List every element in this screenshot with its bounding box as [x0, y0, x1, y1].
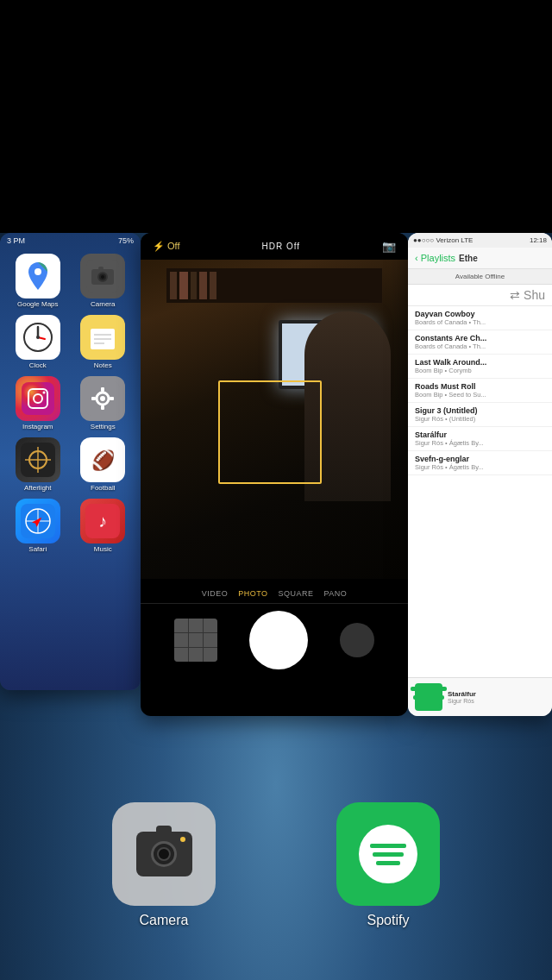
app-afterlight[interactable]: Afterlight [9, 437, 67, 492]
track-meta: Sigur Rós • Ágætis By... [415, 439, 545, 447]
home-screen-card[interactable]: 3 PM 75% Google Maps [0, 233, 141, 690]
home-status-bar: 3 PM 75% [0, 233, 141, 248]
mode-pano[interactable]: PANO [324, 589, 348, 598]
afterlight-label: Afterlight [24, 484, 52, 492]
dock-camera-label: Camera [140, 913, 189, 928]
instagram-icon [16, 376, 60, 421]
track-meta: Boards of Canada • Th... [415, 318, 545, 326]
music-label: Music [94, 545, 112, 553]
football-icon: 🏈 [80, 437, 125, 482]
app-safari[interactable]: Safari [9, 499, 67, 553]
track-meta: Boom Bip • Seed to Su... [415, 391, 545, 399]
track-item[interactable]: Svefn-g-englar Sigur Rós • Ágætis By... [408, 451, 552, 475]
focus-box [218, 380, 322, 484]
spotify-line-1 [370, 844, 406, 848]
safari-label: Safari [28, 545, 47, 553]
svg-point-1 [34, 268, 41, 275]
app-camera[interactable]: Camera [74, 254, 133, 308]
camera-controls [141, 604, 408, 676]
dock-spotify-icon [336, 802, 440, 906]
svg-rect-26 [101, 405, 104, 410]
track-item[interactable]: Starálfur Sigur Rós • Ágætis By... [408, 427, 552, 451]
camera-bottom-bar: VIDEO PHOTO SQUARE PANO [141, 579, 408, 682]
camera-switch-icon[interactable]: 📷 [382, 240, 396, 253]
shutter-button[interactable] [249, 611, 308, 669]
home-battery: 75% [118, 236, 134, 245]
app-clock[interactable]: Clock [9, 315, 67, 369]
maps-label: Google Maps [17, 300, 59, 308]
now-playing-info: Starálfur Sigur Rós [448, 690, 545, 704]
track-list: Dayvan Cowboy Boards of Canada • Th... C… [408, 306, 552, 475]
shuffle-icon[interactable]: ⇄ Shu [510, 288, 545, 302]
carrier: ●●○○○ Verizon LTE [413, 236, 473, 244]
spotify-logo [359, 825, 417, 883]
safari-icon [16, 499, 60, 543]
track-title: Constants Are Ch... [415, 334, 545, 342]
spotify-lines [370, 844, 406, 865]
back-button[interactable]: ‹ Playlists [415, 253, 455, 263]
spotify-card[interactable]: ●●○○○ Verizon LTE 12:18 ‹ Playlists Ethe… [408, 233, 552, 716]
playlist-title: Ethe [459, 254, 478, 263]
app-football[interactable]: 🏈 Football [74, 437, 133, 492]
svg-text:🏈: 🏈 [91, 449, 116, 472]
track-title: Sigur 3 (Untitled) [415, 406, 545, 415]
app-instagram[interactable]: Instagram [9, 376, 67, 430]
football-label: Football [91, 484, 115, 492]
camera-lens [151, 841, 177, 867]
settings-label: Settings [91, 423, 116, 430]
flash-icon: ⚡ Off [153, 241, 180, 252]
track-title: Roads Must Roll [415, 382, 545, 391]
camera-bump [156, 826, 172, 832]
dock-spotify-label: Spotify [367, 913, 410, 928]
afterlight-icon [16, 437, 60, 482]
photo-thumbnail[interactable] [174, 619, 217, 662]
bookshelf [166, 268, 382, 303]
app-switcher: 3 PM 75% Google Maps [0, 233, 552, 733]
app-notes[interactable]: Notes [74, 315, 133, 369]
app-music[interactable]: ♪ Music [74, 499, 133, 553]
music-icon: ♪ [80, 499, 125, 543]
clock-label: Clock [29, 361, 47, 369]
track-title: Svefn-g-englar [415, 455, 545, 463]
notes-icon [80, 315, 125, 360]
track-meta: Boards of Canada • Th... [415, 342, 545, 350]
camera-card[interactable]: ⚡ Off HDR Off 📷 [141, 233, 408, 716]
track-item[interactable]: Dayvan Cowboy Boards of Canada • Th... [408, 306, 552, 330]
track-item[interactable]: Last Walk Around... Boom Bip • Corymb [408, 355, 552, 379]
svg-rect-27 [91, 397, 96, 400]
camera-flip-button[interactable] [340, 623, 374, 657]
dock: Camera Spotify [0, 802, 552, 928]
track-item[interactable]: Sigur 3 (Untitled) Sigur Rós • (Untitled… [408, 403, 552, 427]
mode-photo[interactable]: PHOTO [238, 589, 267, 598]
hdr-label: HDR Off [261, 242, 300, 251]
now-playing-art [415, 683, 442, 711]
app-google-maps[interactable]: Google Maps [9, 254, 67, 308]
camera-dot [180, 837, 185, 842]
settings-icon [80, 376, 125, 421]
top-black-area [0, 0, 552, 233]
track-item[interactable]: Roads Must Roll Boom Bip • Seed to Su... [408, 379, 552, 403]
app-settings[interactable]: Settings [74, 376, 133, 430]
maps-icon [16, 254, 60, 298]
offline-label: Available Offline [408, 269, 552, 285]
camera-lens-inner [157, 847, 171, 861]
svg-point-6 [101, 275, 104, 279]
now-playing-title: Starálfur [448, 690, 545, 698]
dock-camera[interactable]: Camera [112, 802, 216, 928]
shuffle-row: ⇄ Shu [408, 285, 552, 306]
mode-square[interactable]: SQUARE [279, 589, 314, 598]
svg-rect-25 [101, 387, 104, 392]
dock-spotify[interactable]: Spotify [336, 802, 440, 928]
now-playing-artist: Sigur Rós [448, 698, 545, 704]
track-item[interactable]: Constants Are Ch... Boards of Canada • T… [408, 330, 552, 355]
spotify-status-bar: ●●○○○ Verizon LTE 12:18 [408, 233, 552, 248]
dock-camera-icon [112, 802, 216, 906]
status-time: 12:18 [530, 236, 547, 244]
spotify-line-3 [376, 861, 400, 865]
track-title: Starálfur [415, 430, 545, 439]
svg-rect-28 [110, 397, 114, 400]
camera-app-icon [80, 254, 125, 298]
now-playing-bar[interactable]: Starálfur Sigur Rós [408, 677, 552, 716]
instagram-label: Instagram [22, 423, 53, 430]
mode-video[interactable]: VIDEO [202, 589, 229, 598]
